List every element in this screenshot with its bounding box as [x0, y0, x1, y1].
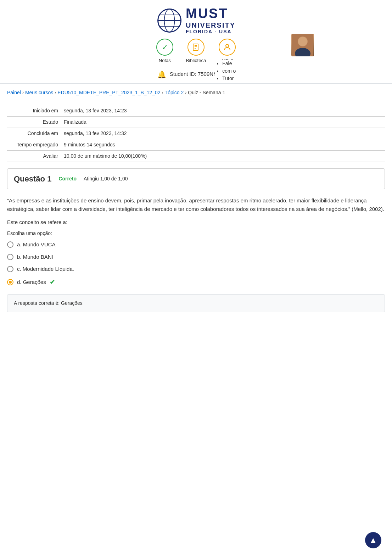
option-text-c: c. Modernidade Líquida. — [17, 265, 74, 273]
question-text: “As empresas e as instituições de ensino… — [7, 196, 385, 213]
nav-item-biblioteca[interactable]: Biblioteca — [186, 39, 206, 64]
avatar-image — [291, 34, 314, 56]
correct-checkmark: ✔ — [50, 278, 55, 287]
breadcrumb-meus-cursos[interactable]: Meus cursos — [25, 89, 53, 96]
answer-text: A resposta correta é: Gerações — [14, 300, 378, 307]
nav-label-biblioteca: Biblioteca — [186, 57, 206, 64]
info-label-2: Concluída em — [7, 130, 64, 137]
student-id-label: Student ID: 7509NM — [170, 70, 218, 78]
logo-area: MUST UNIVERSITY FLORIDA - USA — [157, 6, 235, 34]
info-row-2: Concluída em segunda, 13 fev 2023, 14:32 — [7, 128, 385, 139]
back-to-top-button[interactable]: ▲ — [365, 532, 381, 548]
option-row-d[interactable]: d. Gerações ✔ — [7, 278, 385, 287]
option-text-d: d. Gerações — [17, 278, 46, 286]
talk-submenu-item-3: Tutor — [222, 75, 236, 82]
breadcrumb-course[interactable]: EDU510_MDETE_PRE_PT_2023_1_B_12_02 — [57, 89, 160, 96]
option-text-a: a. Mundo VUCA — [17, 241, 55, 249]
info-label-4: Avaliar — [7, 152, 64, 160]
logo-florida: FLORIDA - USA — [186, 29, 235, 34]
chevron-3: › — [162, 89, 163, 96]
logo-must: MUST — [186, 6, 235, 21]
options-label: Escolha uma opção: — [7, 230, 385, 237]
bell-icon: 🔔 — [157, 69, 166, 80]
logo-university: UNIVERSITY — [186, 21, 235, 29]
globe-icon — [157, 8, 182, 33]
info-row-3: Tempo empregado 9 minutos 14 segundos — [7, 139, 385, 151]
radio-d[interactable] — [7, 279, 13, 285]
svg-point-14 — [298, 37, 307, 46]
biblioteca-icon — [187, 39, 205, 56]
radio-b[interactable] — [7, 254, 13, 260]
info-row-0: Iniciado em segunda, 13 fev 2023, 14:23 — [7, 105, 385, 117]
breadcrumb-current: Quiz - Semana 1 — [188, 89, 225, 96]
nav-label-notas: Notas — [159, 57, 171, 64]
info-table: Iniciado em segunda, 13 fev 2023, 14:23 … — [7, 105, 385, 162]
radio-c[interactable] — [7, 266, 13, 272]
option-row-b[interactable]: b. Mundo BANI — [7, 253, 385, 261]
info-value-2: segunda, 13 fev 2023, 14:32 — [64, 130, 127, 137]
talk-submenu-item-1: Fale — [222, 60, 236, 67]
info-value-4: 10,00 de um máximo de 10,00(100%) — [64, 152, 147, 160]
option-row-a[interactable]: a. Mundo VUCA — [7, 241, 385, 249]
answer-box: A resposta correta é: Gerações — [7, 294, 385, 312]
info-label-3: Tempo empregado — [7, 141, 64, 149]
question-score: Atingiu 1,00 de 1,00 — [84, 175, 128, 183]
svg-point-10 — [226, 44, 229, 47]
info-row-4: Avaliar 10,00 de um máximo de 10,00(100%… — [7, 151, 385, 162]
notas-icon: ✓ — [156, 39, 173, 56]
question-card: Questão 1 Correto Atingiu 1,00 de 1,00 — [7, 168, 385, 189]
info-value-0: segunda, 13 fev 2023, 14:23 — [64, 107, 127, 114]
nav-item-notas[interactable]: ✓ Notas — [156, 39, 173, 64]
breadcrumb: Painel › Meus cursos › EDU510_MDETE_PRE_… — [0, 84, 392, 101]
breadcrumb-topico[interactable]: Tópico 2 — [165, 89, 184, 96]
talk-icon — [219, 39, 236, 56]
info-value-3: 9 minutos 14 segundos — [64, 141, 115, 149]
chevron-1: › — [22, 89, 24, 96]
question-prompt: Este conceito se refere a: — [7, 218, 385, 227]
chevron-2: › — [55, 89, 56, 96]
talk-submenu-item-2: com o — [222, 67, 236, 75]
question-number: Questão 1 — [14, 173, 51, 185]
avatar — [291, 34, 314, 56]
nav-item-talk[interactable]: Talk 0 Fale com o Tutor — [219, 39, 236, 64]
info-label-1: Estado — [7, 118, 64, 126]
logo-text: MUST UNIVERSITY FLORIDA - USA — [186, 6, 235, 34]
breadcrumb-painel[interactable]: Painel — [7, 89, 21, 96]
talk-submenu: Fale com o Tutor — [215, 60, 236, 82]
info-row-1: Estado Finalizada — [7, 117, 385, 128]
info-label-0: Iniciado em — [7, 107, 64, 114]
info-value-1: Finalizada — [64, 118, 86, 126]
header: MUST UNIVERSITY FLORIDA - USA ✓ Notas — [0, 0, 392, 84]
question-status: Correto — [58, 175, 77, 183]
chevron-4: › — [185, 89, 186, 96]
radio-a[interactable] — [7, 241, 13, 248]
option-text-b: b. Mundo BANI — [17, 253, 53, 261]
question-body: “As empresas e as instituições de ensino… — [7, 196, 385, 287]
nav-icons: ✓ Notas Biblioteca — [156, 39, 236, 64]
option-row-c[interactable]: c. Modernidade Líquida. — [7, 265, 385, 273]
